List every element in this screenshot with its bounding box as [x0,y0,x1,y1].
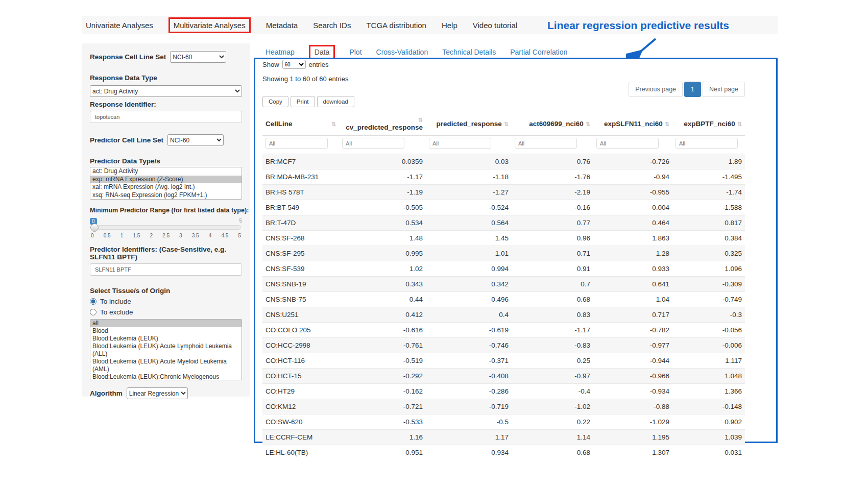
cell-value: 0.0359 [339,154,426,169]
cell-value: 0.496 [426,292,512,307]
nav-item-metadata[interactable]: Metadata [266,21,298,30]
cell-value: -1.27 [426,185,512,200]
tissue-option-blood-leukemia-leuk-acute-lymphoid-leukemia-all[interactable]: Blood:Leukemia (LEUK):Acute Lymphoid Leu… [90,343,242,358]
radio-label: To exclude [100,308,133,316]
tab-partial-correlation[interactable]: Partial Correlation [510,48,567,56]
listbox-option-act-drug-activity[interactable]: act: Drug Activity [90,167,242,176]
cell-value: 0.951 [339,445,426,460]
predictor-identifiers-input[interactable] [90,263,242,276]
filter-input-cellline[interactable] [266,138,328,149]
column-header-cv-predicted-response[interactable]: ⇅cv_predicted_response [339,112,426,136]
table-row: CNS:U2510.4120.40.830.717-0.3 [262,307,745,323]
tissue-option-all[interactable]: all [90,320,242,327]
cell-value: 0.7 [512,277,593,292]
response-identifier-input[interactable] [90,111,242,123]
slider-handle[interactable] [90,224,99,232]
table-row: BR:HS 578T-1.19-1.27-2.19-0.955-1.74 [262,185,745,200]
algorithm-select[interactable]: Linear Regression [127,387,188,399]
show-entries-row: Show 60 entries [262,60,769,69]
cell-value: -0.292 [339,369,426,384]
tab-plot[interactable]: Plot [349,48,361,56]
listbox-option-xsq-rna-seq-expression-log2-fpkm-1[interactable]: xsq: RNA-seq Expression (log2 FPKM+1.) [90,191,242,200]
tissue-option-blood[interactable]: Blood [90,327,242,335]
radio-input-to-exclude[interactable] [90,309,97,315]
current-page-button[interactable]: 1 [684,82,701,97]
export-print-button[interactable]: Print [291,96,315,107]
next-page-button[interactable]: Next page [703,82,745,97]
min-predictor-range-label: Minimum Predictor Range (for first liste… [90,207,242,214]
cell-line-name: BR:T-47D [262,215,339,231]
filter-input-expbptf-nci60[interactable] [676,138,738,149]
sort-icon: ⇅ [331,121,336,128]
predictor-cell-line-set-select[interactable]: NCI-60 [167,134,224,146]
tissue-radio-to-include[interactable]: To include [90,298,242,305]
nav-item-video-tutorial[interactable]: Video tutorial [473,21,517,30]
tissue-option-blood-leukemia-leuk-chronic-myelogenous-leukemia-cml[interactable]: Blood:Leukemia (LEUK):Chronic Myelogenou… [90,373,242,380]
column-header-act609699-nci60[interactable]: ⇅act609699_nci60 [512,112,593,136]
cell-value: -0.88 [593,399,672,414]
show-entries-select[interactable]: 60 [282,60,306,69]
column-header-cellline[interactable]: ⇅CellLine [262,112,339,136]
listbox-option-exp-mrna-expression-z-score[interactable]: exp: mRNA Expression (Z-Score) [90,176,242,184]
table-row: LE:CCRF-CEM1.161.171.141.1951.039 [262,430,745,445]
cell-value: 0.902 [672,414,745,430]
cell-value: 1.096 [672,261,745,277]
filter-input-expslfn11-nci60[interactable] [596,138,659,149]
tab-data[interactable]: Data [309,45,335,59]
response-cell-line-set-select[interactable]: NCI-60 [170,51,226,63]
tissue-option-blood-leukemia-leuk[interactable]: Blood:Leukemia (LEUK) [90,335,242,343]
export-copy-button[interactable]: Copy [262,96,288,107]
slider-tick-label: 3 [179,233,182,238]
cell-value: 1.89 [672,154,745,169]
filter-input-predicted-response[interactable] [429,138,491,149]
cell-value: 0.83 [512,307,593,323]
tab-cross-validation[interactable]: Cross-Validation [376,48,428,56]
cell-value: 1.17 [426,430,512,445]
table-row: CO:KM12-0.721-0.719-1.02-0.88-0.148 [262,399,745,414]
cell-line-name: CO:HCC-2998 [262,338,339,353]
tissue-option-blood-leukemia-leuk-acute-myeloid-leukemia-aml[interactable]: Blood:Leukemia (LEUK):Acute Myeloid Leuk… [90,358,242,373]
cell-value: -1.19 [339,185,426,200]
slider-ticks: 00.511.522.533.544.55 [91,233,241,238]
cell-value: -0.955 [593,185,672,200]
listbox-option-xai-mrna-expression-avg-log2-int[interactable]: xai: mRNA Expression (Avg. log2 Int.) [90,183,242,191]
cell-line-name: LE:CCRF-CEM [262,430,339,445]
column-header-predicted-response[interactable]: ⇅predicted_response [426,112,512,136]
response-identifier-label: Response Identifier: [90,101,242,108]
cell-value: -1.02 [512,399,593,414]
radio-input-to-include[interactable] [90,298,97,305]
table-row: CO:COLO 205-0.616-0.619-1.17-0.782-0.056 [262,323,745,338]
filter-cell-predicted-response [426,136,512,154]
nav-item-univariate-analyses[interactable]: Univariate Analyses [86,21,153,30]
nav-item-search-ids[interactable]: Search IDs [313,21,351,30]
tab-heatmap[interactable]: Heatmap [266,48,295,56]
cell-value: 0.934 [426,445,512,460]
tissue-radio-to-exclude[interactable]: To exclude [90,308,242,316]
predictor-data-type-label: Predictor Data Type/s [90,157,242,165]
previous-page-button[interactable]: Previous page [629,82,683,97]
response-data-type-select[interactable]: act: Drug Activity [90,85,242,97]
filter-input-cv-predicted-response[interactable] [342,138,404,149]
cell-value: -1.17 [512,323,593,338]
cell-value: 0.25 [512,353,593,369]
cell-value: -0.148 [672,399,745,414]
cell-value: -0.726 [593,154,672,169]
export-download-button[interactable]: download [317,96,354,107]
cell-value: 0.91 [512,261,593,277]
cell-value: 0.004 [593,200,672,215]
cell-value: 1.01 [426,246,512,261]
cell-value: -0.746 [426,338,512,353]
tab-technical-details[interactable]: Technical Details [442,48,496,56]
nav-item-tcga-distribution[interactable]: TCGA distribution [366,21,426,30]
cell-value: -0.616 [339,323,426,338]
cell-value: -0.5 [426,414,512,430]
cell-value: 0.22 [512,414,593,430]
filter-input-act609699-nci60[interactable] [515,138,577,149]
filter-cell-act609699-nci60 [512,136,593,154]
nav-item-help[interactable]: Help [442,21,457,30]
radio-label: To include [100,298,131,305]
nav-item-multivariate-analyses[interactable]: Multivariate Analyses [168,17,251,33]
column-header-expslfn11-nci60[interactable]: ⇅expSLFN11_nci60 [593,112,672,136]
cell-value: -0.619 [426,323,512,338]
column-header-expbptf-nci60[interactable]: ⇅expBPTF_nci60 [672,112,745,136]
